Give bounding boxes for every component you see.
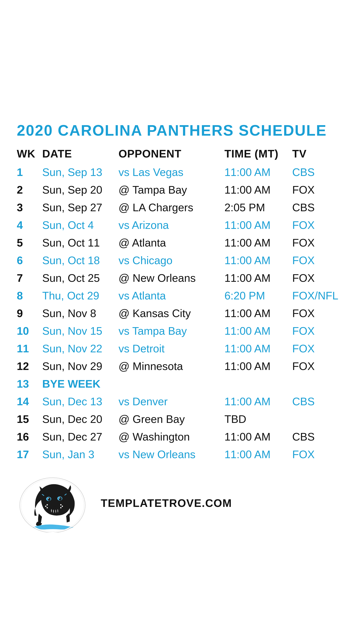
cell-opponent: @ Atlanta [119,234,225,252]
cell-date: Sun, Sep 13 [42,163,118,181]
svg-point-9 [46,507,48,508]
col-header-date: DATE [42,145,118,163]
cell-date: Sun, Dec 20 [42,410,118,428]
cell-date: Sun, Oct 11 [42,234,118,252]
table-row: 2 Sun, Sep 20 @ Tampa Bay 11:00 AM FOX [17,181,345,199]
cell-tv: FOX [292,269,345,287]
cell-opponent: @ Tampa Bay [119,181,225,199]
cell-tv: FOX [292,252,345,269]
cell-wk: 15 [17,410,42,428]
cell-tv: FOX [292,340,345,358]
cell-opponent: vs Tampa Bay [119,322,225,340]
cell-date: Sun, Nov 15 [42,322,118,340]
cell-time: 11:00 AM [224,304,292,322]
cell-opponent: @ LA Chargers [119,199,225,216]
cell-wk: 2 [17,181,42,199]
cell-date: Sun, Nov 8 [42,304,118,322]
cell-time: 11:00 AM [224,181,292,199]
cell-time: 2:05 PM [224,199,292,216]
cell-opponent: vs New Orleans [119,446,225,463]
cell-time: TBD [224,410,292,428]
table-row: 3 Sun, Sep 27 @ LA Chargers 2:05 PM CBS [17,199,345,216]
cell-wk: 11 [17,340,42,358]
cell-date: Sun, Dec 13 [42,393,118,410]
cell-opponent: vs Chicago [119,252,225,269]
cell-time: 11:00 AM [224,322,292,340]
footer-area: TEMPLATETROVE.COM [17,474,345,532]
cell-opponent: @ New Orleans [119,269,225,287]
cell-opponent: @ Washington [119,428,225,446]
cell-wk: 12 [17,358,42,375]
cell-tv: FOX [292,304,345,322]
top-spacer [17,12,345,122]
table-row: 12 Sun, Nov 29 @ Minnesota 11:00 AM FOX [17,358,345,375]
cell-date: Sun, Oct 25 [42,269,118,287]
cell-tv: FOX [292,216,345,234]
table-header-row: WK DATE OPPONENT TIME (MT) TV [17,145,345,163]
cell-tv: FOX [292,446,345,463]
cell-wk: 1 [17,163,42,181]
cell-time: 11:00 AM [224,393,292,410]
cell-tv: CBS [292,163,345,181]
page-wrapper: 2020 CAROLINA PANTHERS SCHEDULE WK DATE … [0,0,362,545]
cell-wk: 16 [17,428,42,446]
cell-time: 6:20 PM [224,287,292,304]
svg-point-7 [46,504,48,506]
svg-point-10 [60,504,61,506]
cell-time: 11:00 AM [224,252,292,269]
table-row: 17 Sun, Jan 3 vs New Orleans 11:00 AM FO… [17,446,345,463]
page-title: 2020 CAROLINA PANTHERS SCHEDULE [17,122,345,139]
cell-date: Sun, Sep 27 [42,199,118,216]
cell-time: 11:00 AM [224,269,292,287]
cell-wk: 13 [17,375,42,393]
col-header-tv: TV [292,145,345,163]
cell-tv: FOX [292,181,345,199]
cell-date: Sun, Dec 27 [42,428,118,446]
svg-point-12 [60,507,61,508]
col-header-time: TIME (MT) [224,145,292,163]
cell-date: Sun, Jan 3 [42,446,118,463]
cell-opponent: @ Kansas City [119,304,225,322]
cell-time: 11:00 AM [224,216,292,234]
cell-time: 11:00 AM [224,340,292,358]
schedule-body: 1 Sun, Sep 13 vs Las Vegas 11:00 AM CBS … [17,163,345,463]
table-row: 5 Sun, Oct 11 @ Atlanta 11:00 AM FOX [17,234,345,252]
cell-wk: 5 [17,234,42,252]
cell-date: Sun, Oct 18 [42,252,118,269]
table-row: 1 Sun, Sep 13 vs Las Vegas 11:00 AM CBS [17,163,345,181]
cell-wk: 3 [17,199,42,216]
cell-date: Thu, Oct 29 [42,287,118,304]
cell-opponent: vs Las Vegas [119,163,225,181]
cell-time: 11:00 AM [224,428,292,446]
cell-date: Sun, Nov 29 [42,358,118,375]
svg-point-3 [48,498,50,501]
table-row: 11 Sun, Nov 22 vs Detroit 11:00 AM FOX [17,340,345,358]
cell-tv: CBS [292,199,345,216]
cell-time: 11:00 AM [224,234,292,252]
table-row: 7 Sun, Oct 25 @ New Orleans 11:00 AM FOX [17,269,345,287]
table-row: 4 Sun, Oct 4 vs Arizona 11:00 AM FOX [17,216,345,234]
table-row: 9 Sun, Nov 8 @ Kansas City 11:00 AM FOX [17,304,345,322]
cell-opponent: @ Green Bay [119,410,225,428]
svg-point-6 [59,498,60,499]
cell-wk: 4 [17,216,42,234]
cell-opponent: vs Atlanta [119,287,225,304]
cell-time: 11:00 AM [224,446,292,463]
cell-opponent: vs Arizona [119,216,225,234]
cell-tv [292,410,345,428]
table-row: 8 Thu, Oct 29 vs Atlanta 6:20 PM FOX/NFL [17,287,345,304]
table-row: 13 BYE WEEK [17,375,345,393]
panthers-logo [17,474,88,532]
cell-date: BYE WEEK [42,375,345,393]
cell-tv: FOX/NFL [292,287,345,304]
cell-time: 11:00 AM [224,163,292,181]
col-header-wk: WK [17,145,42,163]
cell-wk: 7 [17,269,42,287]
website-label: TEMPLATETROVE.COM [101,497,232,510]
cell-tv: FOX [292,358,345,375]
svg-point-8 [45,506,46,507]
table-row: 14 Sun, Dec 13 vs Denver 11:00 AM CBS [17,393,345,410]
cell-wk: 17 [17,446,42,463]
cell-date: Sun, Nov 22 [42,340,118,358]
col-header-opponent: OPPONENT [119,145,225,163]
